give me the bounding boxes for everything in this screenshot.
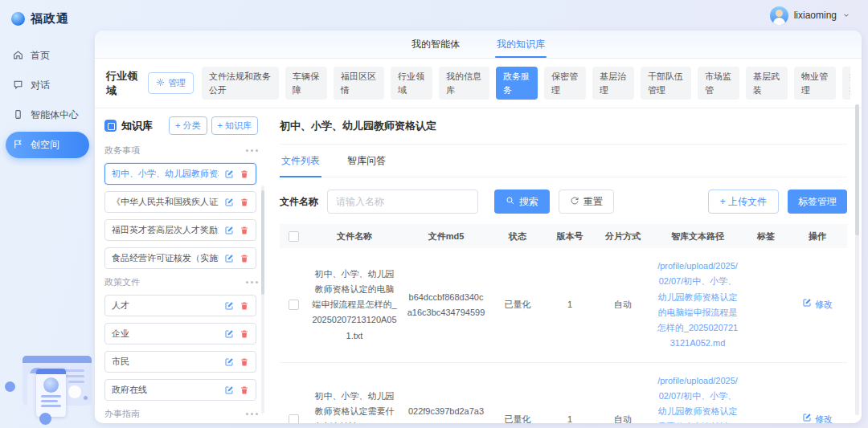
edit-icon[interactable] xyxy=(224,357,234,367)
edit-icon[interactable] xyxy=(224,385,234,395)
category-tab[interactable]: 干部队伍管理 xyxy=(641,67,691,100)
modify-link[interactable]: 修改 xyxy=(802,412,833,423)
illustration-card xyxy=(36,369,66,417)
trash-icon[interactable] xyxy=(240,169,249,179)
version-cell: 1 xyxy=(545,362,595,423)
file-name-cell: 初中、小学、幼儿园教师资格认定的电脑端申报流程是怎样的_202502072131… xyxy=(307,248,402,362)
ellipsis-icon[interactable] xyxy=(251,149,253,152)
page-title: 初中、小学、幼儿园教师资格认定 xyxy=(280,119,847,145)
category-tabs: 文件法规和政务公开 车辆保障 福田区区情 行业领域 我的信息库 政务服务 保密管… xyxy=(202,67,850,100)
kb-item[interactable]: 政府在线 xyxy=(104,379,256,401)
workspace-tabs: 我的智能体 我的知识库 xyxy=(95,31,862,59)
chevron-down-icon[interactable] xyxy=(842,8,850,22)
sidebar-item-agent-center[interactable]: 智能体中心 xyxy=(6,102,89,128)
row-checkbox[interactable] xyxy=(289,414,299,423)
edit-icon xyxy=(802,297,812,312)
category-tab-active[interactable]: 政务服务 xyxy=(496,67,538,100)
row-checkbox[interactable] xyxy=(289,300,299,310)
col-split-mode: 分片方式 xyxy=(595,224,651,248)
kb-item-label: 市民 xyxy=(112,356,219,368)
trash-icon[interactable] xyxy=(240,329,249,339)
file-name-input[interactable] xyxy=(327,190,478,214)
kb-item[interactable]: 《中华人民共和国残疾人证》... xyxy=(104,191,256,213)
kb-item-label: 福田英才荟高层次人才奖励支持 xyxy=(112,224,219,236)
edit-icon[interactable] xyxy=(224,301,234,311)
category-tab[interactable]: 市场监管 xyxy=(698,67,739,100)
search-button[interactable]: 搜索 xyxy=(494,190,550,214)
select-all-checkbox[interactable] xyxy=(289,231,299,242)
kb-group-name: 政策文件 xyxy=(104,276,140,288)
ellipsis-icon[interactable] xyxy=(251,281,253,283)
app-window: 福政通 首页 对话 智能体中心 创空间 xyxy=(0,0,868,428)
kb-item[interactable]: 福田英才荟高层次人才奖励支持 xyxy=(104,219,256,241)
sidebar-illustration xyxy=(3,348,95,426)
version-cell: 1 xyxy=(545,248,595,362)
content-panel: 我的智能体 我的知识库 行业领域 管理 文件法规和政务公开 车辆保障 福田区区情… xyxy=(95,31,862,423)
tag-management-button[interactable]: 标签管理 xyxy=(788,190,847,214)
category-tab[interactable]: 我的信息库 xyxy=(439,67,489,100)
text-path-link[interactable]: /profile/upload/2025/02/07/初中、小学、幼儿园教师资格… xyxy=(657,376,738,424)
add-knowledge-base-button[interactable]: + 知识库 xyxy=(211,116,258,135)
add-category-button[interactable]: + 分类 xyxy=(169,116,207,135)
kb-item[interactable]: 人才 xyxy=(104,295,256,316)
col-text-path: 智库文本路径 xyxy=(651,224,744,248)
file-md5-cell: b64dccbf868d340ca16c3bc434794599 xyxy=(402,248,490,362)
reset-button[interactable]: 重置 xyxy=(559,190,614,214)
sidebar-item-creation-space[interactable]: 创空间 xyxy=(6,132,89,158)
category-tab[interactable]: 文件法规和政务公开 xyxy=(202,67,279,100)
user-avatar[interactable] xyxy=(770,6,788,25)
edit-icon[interactable] xyxy=(224,198,234,207)
edit-icon[interactable] xyxy=(224,169,234,179)
home-icon xyxy=(13,50,23,63)
sidebar-item-chat[interactable]: 对话 xyxy=(6,72,89,99)
category-tab[interactable]: 行业领域 xyxy=(391,67,432,100)
kb-item[interactable]: 食品经营许可证核发（实施申... xyxy=(104,247,256,269)
tab-my-agents[interactable]: 我的智能体 xyxy=(411,31,460,58)
file-name-label: 文件名称 xyxy=(280,195,318,209)
category-tab[interactable]: 福田区区情 xyxy=(334,67,384,100)
trash-icon[interactable] xyxy=(240,357,249,367)
category-tab[interactable]: 物业管理 xyxy=(794,67,836,100)
upload-file-button[interactable]: + 上传文件 xyxy=(708,190,779,214)
search-icon xyxy=(506,196,515,208)
kb-item-label: 《中华人民共和国残疾人证》... xyxy=(112,196,219,208)
edit-icon[interactable] xyxy=(224,329,234,339)
edit-icon[interactable] xyxy=(224,226,234,235)
sidebar-item-home[interactable]: 首页 xyxy=(6,43,89,69)
trash-icon[interactable] xyxy=(240,226,249,235)
tab-qa[interactable]: 智库问答 xyxy=(346,145,387,177)
tab-my-knowledge-base[interactable]: 我的知识库 xyxy=(497,31,545,58)
kb-item[interactable]: 初中、小学、幼儿园教师资格... xyxy=(104,163,256,185)
category-tab[interactable]: 基层武装 xyxy=(746,67,788,100)
trash-icon[interactable] xyxy=(240,254,249,263)
reset-button-label: 重置 xyxy=(583,195,603,209)
ellipsis-icon[interactable] xyxy=(251,413,253,415)
text-path-link[interactable]: /profile/upload/2025/02/07/初中、小学、幼儿园教师资格… xyxy=(657,261,738,348)
sidebar: 福政通 首页 对话 智能体中心 创空间 xyxy=(0,0,95,428)
kb-scrollbar[interactable] xyxy=(261,185,264,414)
content-row: 知识库 + 分类 + 知识库 政务事项 初中、小学、幼儿园教师资格... xyxy=(95,108,862,423)
trash-icon[interactable] xyxy=(240,198,249,207)
category-tab[interactable]: 基层治理 xyxy=(592,67,634,100)
edit-icon[interactable] xyxy=(224,254,234,263)
file-md5-cell: 022f9c397bd2a7a3577acda015f99c4f xyxy=(402,362,490,423)
category-title: 行业领域 xyxy=(106,69,140,97)
category-tab[interactable]: 疫情防控 xyxy=(842,67,850,100)
trash-icon[interactable] xyxy=(240,385,249,395)
kb-item-label: 初中、小学、幼儿园教师资格... xyxy=(112,168,219,180)
kb-item-label: 食品经营许可证核发（实施申... xyxy=(112,252,219,264)
tab-file-list[interactable]: 文件列表 xyxy=(280,145,321,177)
category-tab[interactable]: 保密管理 xyxy=(544,67,586,100)
category-tab[interactable]: 车辆保障 xyxy=(285,67,327,100)
detail-area: 初中、小学、幼儿园教师资格认定 文件列表 智库问答 文件名称 搜索 xyxy=(267,108,862,423)
category-bar: 行业领域 管理 文件法规和政务公开 车辆保障 福田区区情 行业领域 我的信息库 … xyxy=(95,59,862,108)
trash-icon[interactable] xyxy=(240,301,249,311)
col-file-name: 文件名称 xyxy=(307,224,402,248)
kb-item[interactable]: 市民 xyxy=(104,351,256,373)
panel-scrollbar[interactable] xyxy=(855,104,859,415)
modify-link[interactable]: 修改 xyxy=(802,297,833,312)
kb-group-header: 政策文件 xyxy=(104,276,256,288)
kb-panel-title: 知识库 xyxy=(121,119,165,133)
manage-button[interactable]: 管理 xyxy=(148,72,194,94)
kb-item[interactable]: 企业 xyxy=(104,323,256,344)
